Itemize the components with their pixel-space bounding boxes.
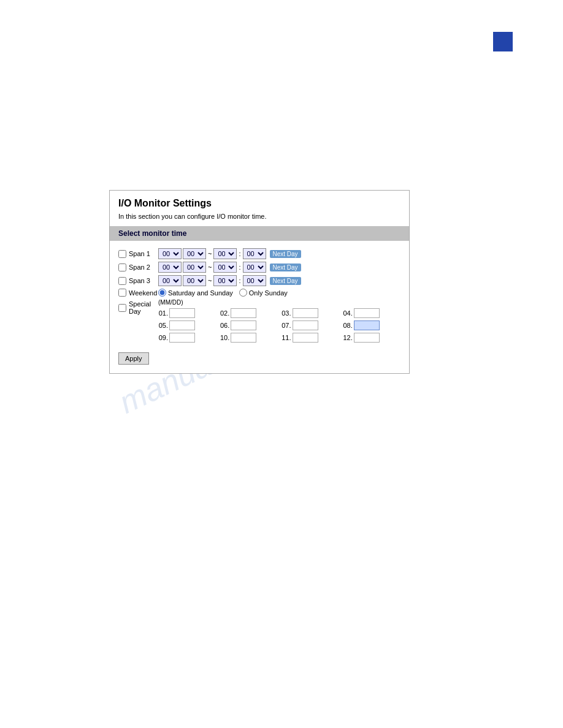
only-sunday-radio[interactable] xyxy=(239,289,247,297)
sd-cell-03: 03. xyxy=(282,308,339,318)
sd-input-01[interactable] xyxy=(169,308,195,318)
span2-hour-end[interactable]: 000123 xyxy=(213,262,237,273)
only-sunday-label: Only Sunday xyxy=(249,289,288,297)
span1-checkbox[interactable] xyxy=(118,250,126,258)
special-day-content: (MM/DD) 01. 02. 03. xyxy=(158,299,400,343)
span3-tilde: ~ xyxy=(207,277,212,284)
span2-next-day: Next Day xyxy=(270,264,301,271)
sd-input-09[interactable] xyxy=(169,333,195,343)
sd-cell-09: 09. xyxy=(158,333,216,343)
sd-num-08: 08. xyxy=(343,322,353,329)
span1-row: Span 1 00010223 00153045 ~ 00010223 : 00… xyxy=(118,248,400,259)
span3-row: Span 3 000123 00153045 ~ 000123 : 001530… xyxy=(118,275,400,286)
span2-hour-start[interactable]: 000123 xyxy=(158,262,182,273)
sd-num-12: 12. xyxy=(343,334,353,341)
span1-label: Span 1 xyxy=(129,250,150,257)
span2-label: Span 2 xyxy=(129,264,150,271)
span1-colon: : xyxy=(238,250,241,257)
sd-num-10: 10. xyxy=(220,334,229,341)
sd-num-03: 03. xyxy=(282,309,291,317)
sd-num-05: 05. xyxy=(158,322,168,329)
sd-num-01: 01. xyxy=(158,309,168,317)
special-day-label-text: Special Day xyxy=(129,300,158,315)
only-sunday-option[interactable]: Only Sunday xyxy=(239,289,288,297)
sd-input-07[interactable] xyxy=(293,320,318,330)
span3-next-day: Next Day xyxy=(270,277,301,285)
span3-min-end[interactable]: 00153045 xyxy=(243,275,266,286)
sd-num-04: 04. xyxy=(343,309,353,317)
span3-label: Span 3 xyxy=(129,277,150,284)
sd-cell-08: 08. xyxy=(343,320,400,330)
sd-cell-04: 04. xyxy=(343,308,400,318)
sd-input-11[interactable] xyxy=(293,333,318,343)
span1-next-day: Next Day xyxy=(270,250,301,258)
sd-cell-05: 05. xyxy=(158,320,216,330)
span2-time-selects: 000123 00153045 ~ 000123 : 00153045 Next… xyxy=(158,262,301,273)
saturday-sunday-label: Saturday and Sunday xyxy=(168,289,233,297)
sd-cell-06: 06. xyxy=(220,320,277,330)
sd-input-05[interactable] xyxy=(169,320,195,330)
special-day-checkbox-label[interactable]: Special Day xyxy=(118,299,158,315)
sd-cell-11: 11. xyxy=(282,333,339,343)
weekend-checkbox-label[interactable]: Weekend xyxy=(118,289,158,297)
weekend-row: Weekend Saturday and Sunday Only Sunday xyxy=(118,289,400,297)
sd-num-11: 11. xyxy=(282,334,291,341)
span1-hour-end[interactable]: 00010223 xyxy=(213,248,237,259)
special-day-checkbox[interactable] xyxy=(118,304,126,312)
sd-num-02: 02. xyxy=(220,309,229,317)
span3-checkbox[interactable] xyxy=(118,277,126,285)
span1-checkbox-label[interactable]: Span 1 xyxy=(118,250,158,258)
sd-cell-02: 02. xyxy=(220,308,277,318)
sd-num-09: 09. xyxy=(158,334,168,341)
sd-input-12[interactable] xyxy=(354,333,380,343)
span3-hour-end[interactable]: 000123 xyxy=(213,275,237,286)
span1-min-start[interactable]: 00153045 xyxy=(183,248,206,259)
section-header: Select monitor time xyxy=(110,226,409,241)
sd-num-07: 07. xyxy=(282,322,291,329)
apply-button[interactable]: Apply xyxy=(118,352,149,365)
special-day-row: Special Day (MM/DD) 01. 02. 03. xyxy=(118,299,400,343)
weekend-options: Saturday and Sunday Only Sunday xyxy=(158,289,288,297)
sd-input-10[interactable] xyxy=(231,333,256,343)
span3-time-selects: 000123 00153045 ~ 000123 : 00153045 Next… xyxy=(158,275,301,286)
sd-num-06: 06. xyxy=(220,322,229,329)
saturday-sunday-option[interactable]: Saturday and Sunday xyxy=(158,289,233,297)
sd-input-08[interactable] xyxy=(354,320,380,330)
sd-cell-07: 07. xyxy=(282,320,339,330)
span1-hour-start[interactable]: 00010223 xyxy=(158,248,182,259)
span1-tilde1: ~ xyxy=(207,250,212,257)
span3-min-start[interactable]: 00153045 xyxy=(183,275,206,286)
mm-dd-hint: (MM/DD) xyxy=(158,299,400,306)
span3-checkbox-label[interactable]: Span 3 xyxy=(118,277,158,285)
special-day-grid: 01. 02. 03. 04. xyxy=(158,308,400,343)
panel-title: I/O Monitor Settings xyxy=(110,191,409,213)
span2-checkbox[interactable] xyxy=(118,264,126,271)
span3-colon: : xyxy=(238,277,241,284)
weekend-label-text: Weekend xyxy=(129,289,157,297)
saturday-sunday-radio[interactable] xyxy=(158,289,166,297)
span2-min-end[interactable]: 00153045 xyxy=(243,262,266,273)
sd-cell-01: 01. xyxy=(158,308,216,318)
span1-min-end[interactable]: 00153045 xyxy=(243,248,266,259)
span2-tilde: ~ xyxy=(207,264,212,271)
span2-row: Span 2 000123 00153045 ~ 000123 : 001530… xyxy=(118,262,400,273)
sd-cell-12: 12. xyxy=(343,333,400,343)
span2-min-start[interactable]: 00153045 xyxy=(183,262,206,273)
span3-hour-start[interactable]: 000123 xyxy=(158,275,182,286)
sd-input-03[interactable] xyxy=(293,308,318,318)
io-monitor-settings-panel: I/O Monitor Settings In this section you… xyxy=(109,190,410,374)
weekend-checkbox[interactable] xyxy=(118,289,126,297)
form-area: Span 1 00010223 00153045 ~ 00010223 : 00… xyxy=(110,246,409,347)
sd-cell-10: 10. xyxy=(220,333,277,343)
span2-colon: : xyxy=(238,264,241,271)
span1-time-selects: 00010223 00153045 ~ 00010223 : 00153045 … xyxy=(158,248,301,259)
panel-subtitle: In this section you can configure I/O mo… xyxy=(110,213,409,226)
sd-input-02[interactable] xyxy=(231,308,256,318)
sd-input-06[interactable] xyxy=(231,320,256,330)
blue-square-decoration xyxy=(493,32,513,51)
sd-input-04[interactable] xyxy=(354,308,380,318)
span2-checkbox-label[interactable]: Span 2 xyxy=(118,264,158,271)
